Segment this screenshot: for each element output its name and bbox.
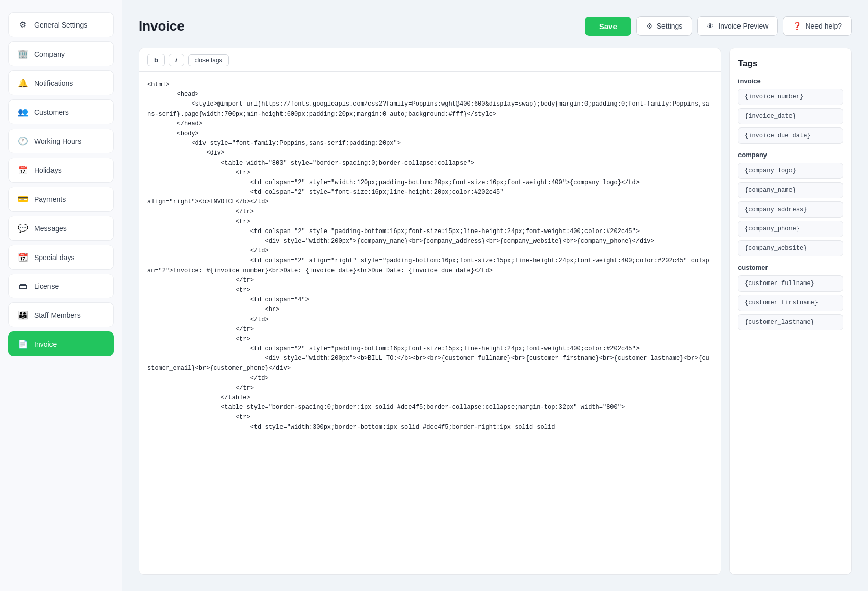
working-hours-icon: 🕐 [18, 136, 28, 146]
general-settings-icon: ⚙ [18, 20, 28, 30]
tag-item-company_logo[interactable]: {company_logo} [738, 163, 843, 179]
page-header: Invoice Save ⚙ Settings 👁 Invoice Previe… [139, 16, 852, 36]
sidebar: ⚙General Settings🏢Company🔔Notifications👥… [0, 0, 122, 591]
editor-panel: b i close tags [139, 48, 721, 575]
sidebar-item-label-payments: Payments [34, 195, 66, 203]
tags-panel-inner: Tags invoice{invoice_number}{invoice_dat… [730, 48, 851, 574]
sidebar-item-special-days[interactable]: 📆Special days [8, 245, 114, 270]
invoice-icon: 📄 [18, 339, 28, 349]
tag-item-company_address[interactable]: {company_address} [738, 201, 843, 218]
tag-item-customer_firstname[interactable]: {customer_firstname} [738, 295, 843, 311]
italic-button[interactable]: i [169, 54, 184, 66]
holidays-icon: 📅 [18, 165, 28, 175]
need-help-label: Need help? [805, 22, 842, 30]
code-editor[interactable] [139, 72, 721, 574]
tag-item-company_phone[interactable]: {company_phone} [738, 221, 843, 237]
close-tags-button[interactable]: close tags [188, 54, 229, 66]
sidebar-item-label-license: License [34, 282, 59, 290]
license-icon: 🗃 [18, 281, 28, 291]
editor-toolbar: b i close tags [139, 48, 721, 72]
tags-title: Tags [738, 59, 843, 69]
tag-item-company_website[interactable]: {company_website} [738, 240, 843, 256]
eye-icon: 👁 [707, 22, 714, 30]
messages-icon: 💬 [18, 223, 28, 233]
sidebar-item-label-working-hours: Working Hours [34, 137, 81, 145]
sidebar-item-invoice[interactable]: 📄Invoice [8, 331, 114, 356]
main-content: Invoice Save ⚙ Settings 👁 Invoice Previe… [122, 0, 868, 591]
invoice-preview-label: Invoice Preview [718, 22, 768, 30]
customers-icon: 👥 [18, 107, 28, 117]
tag-item-invoice_date[interactable]: {invoice_date} [738, 108, 843, 124]
sidebar-item-holidays[interactable]: 📅Holidays [8, 158, 114, 183]
save-button[interactable]: Save [585, 17, 631, 36]
page-title: Invoice [139, 18, 185, 34]
payments-icon: 💳 [18, 194, 28, 204]
editor-container: b i close tags Tags invoice{invoice_numb… [139, 48, 852, 575]
sidebar-item-working-hours[interactable]: 🕐Working Hours [8, 129, 114, 153]
tag-item-customer_fullname[interactable]: {customer_fullname} [738, 275, 843, 292]
tag-item-invoice_number[interactable]: {invoice_number} [738, 89, 843, 105]
sidebar-item-company[interactable]: 🏢Company [8, 41, 114, 66]
sidebar-item-license[interactable]: 🗃License [8, 274, 114, 298]
tag-section-company: company [738, 151, 843, 159]
sidebar-item-staff-members[interactable]: 👨‍👩‍👧Staff Members [8, 302, 114, 327]
sidebar-item-messages[interactable]: 💬Messages [8, 216, 114, 241]
tag-section-customer: customer [738, 264, 843, 271]
sidebar-item-label-invoice: Invoice [34, 340, 57, 348]
bold-button[interactable]: b [147, 54, 165, 66]
sidebar-item-label-holidays: Holidays [34, 166, 62, 174]
notifications-icon: 🔔 [18, 78, 28, 88]
tag-section-invoice: invoice [738, 77, 843, 85]
sidebar-item-label-special-days: Special days [34, 253, 74, 262]
need-help-button[interactable]: ❓ Need help? [783, 16, 852, 36]
sidebar-item-label-general-settings: General Settings [34, 21, 87, 29]
staff-members-icon: 👨‍👩‍👧 [18, 310, 28, 320]
settings-button[interactable]: ⚙ Settings [636, 16, 693, 36]
header-actions: Save ⚙ Settings 👁 Invoice Preview ❓ Need… [585, 16, 852, 36]
help-icon: ❓ [793, 22, 801, 30]
sidebar-item-label-customers: Customers [34, 108, 69, 116]
company-icon: 🏢 [18, 49, 28, 59]
sidebar-item-customers[interactable]: 👥Customers [8, 99, 114, 124]
settings-label: Settings [657, 22, 683, 30]
gear-icon: ⚙ [646, 22, 653, 30]
sidebar-item-label-company: Company [34, 50, 65, 58]
sidebar-item-general-settings[interactable]: ⚙General Settings [8, 12, 114, 37]
sidebar-item-label-messages: Messages [34, 224, 67, 233]
tags-panel: Tags invoice{invoice_number}{invoice_dat… [729, 48, 852, 575]
invoice-preview-button[interactable]: 👁 Invoice Preview [697, 16, 778, 36]
sidebar-item-label-staff-members: Staff Members [34, 311, 81, 319]
sidebar-item-label-notifications: Notifications [34, 79, 73, 87]
sidebar-item-notifications[interactable]: 🔔Notifications [8, 70, 114, 95]
sidebar-item-payments[interactable]: 💳Payments [8, 187, 114, 212]
special-days-icon: 📆 [18, 252, 28, 262]
tag-item-company_name[interactable]: {company_name} [738, 182, 843, 198]
tag-item-invoice_due_date[interactable]: {invoice_due_date} [738, 127, 843, 144]
tag-item-customer_lastname[interactable]: {customer_lastname} [738, 314, 843, 330]
